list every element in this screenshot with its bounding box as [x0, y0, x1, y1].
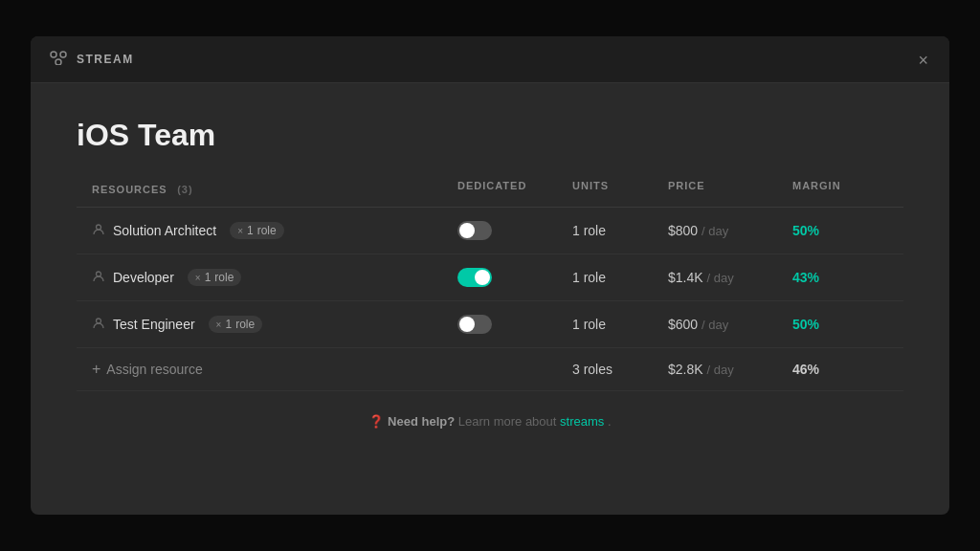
svg-point-5 [97, 319, 101, 323]
dedicated-toggle-cell [457, 221, 572, 240]
resource-name-cell: Solution Architect × 1 role [92, 222, 457, 239]
user-icon [92, 223, 105, 239]
resource-name: Solution Architect [113, 223, 216, 238]
totals-price: $2.8K / day [668, 362, 792, 377]
units-cell: 1 role [572, 223, 668, 238]
help-middle: Learn more about [458, 414, 560, 429]
dedicated-toggle[interactable] [457, 221, 492, 240]
units-header: UNITS [572, 180, 668, 197]
table-header: RESOURCES (3) DEDICATED UNITS PRICE MARG… [77, 180, 903, 208]
dedicated-toggle-cell [457, 315, 572, 334]
resource-name: Developer [113, 270, 174, 285]
streams-link[interactable]: streams [560, 414, 604, 429]
margin-cell: 50% [792, 317, 888, 332]
remove-role-btn[interactable]: × [216, 320, 222, 330]
units-cell: 1 role [572, 270, 668, 285]
svg-point-1 [60, 52, 66, 57]
team-title: iOS Team [77, 118, 903, 153]
resources-label: RESOURCES [92, 184, 167, 195]
assign-resource-button[interactable]: + Assign resource [92, 362, 457, 377]
totals-units: 3 roles [572, 362, 668, 377]
resource-name-cell: Developer × 1 role [92, 269, 457, 286]
margin-cell: 50% [792, 223, 888, 238]
role-badge: × 1 role [188, 269, 242, 286]
price-cell: $1.4K / day [668, 270, 792, 285]
modal-overlay: STREAM × iOS Team RESOURCES (3) DEDICATE… [0, 0, 980, 551]
resources-column-header: RESOURCES (3) [92, 180, 457, 197]
margin-cell: 43% [792, 270, 888, 285]
assign-row: + Assign resource 3 roles $2.8K / day 46… [77, 348, 903, 391]
svg-point-2 [56, 59, 61, 65]
role-badge: × 1 role [230, 222, 284, 239]
totals-margin: 46% [792, 362, 888, 377]
dedicated-toggle-cell [457, 268, 572, 287]
dedicated-header: DEDICATED [457, 180, 572, 197]
price-cell: $800 / day [668, 223, 792, 238]
close-button[interactable]: × [914, 48, 932, 73]
units-cell: 1 role [572, 317, 668, 332]
stream-icon [50, 50, 67, 69]
table-row: Solution Architect × 1 role 1 role $800 … [77, 208, 903, 254]
resources-count: (3) [177, 184, 192, 195]
remove-role-btn[interactable]: × [237, 226, 243, 236]
user-icon [92, 270, 105, 286]
assign-label: Assign resource [106, 362, 202, 377]
remove-role-btn[interactable]: × [195, 273, 201, 283]
resource-name: Test Engineer [113, 317, 195, 332]
help-icon: ❓ [368, 414, 384, 429]
svg-point-0 [51, 52, 56, 57]
dedicated-toggle[interactable] [457, 315, 492, 334]
user-icon [92, 317, 105, 333]
modal-header: STREAM × [31, 36, 949, 83]
plus-icon: + [92, 362, 100, 377]
margin-header: MARGIN [792, 180, 888, 197]
help-prefix: Need help? [388, 414, 455, 429]
role-badge: × 1 role [209, 316, 263, 333]
app-title: STREAM [77, 53, 134, 66]
help-text: ❓ Need help? Learn more about streams . [77, 414, 903, 429]
svg-point-3 [97, 225, 101, 230]
svg-point-4 [97, 272, 101, 276]
help-suffix: . [608, 414, 612, 429]
table-row: Test Engineer × 1 role 1 role $600 / day… [77, 301, 903, 348]
table-row: Developer × 1 role 1 role $1.4K / day 43… [77, 254, 903, 301]
dedicated-toggle[interactable] [457, 268, 492, 287]
resource-name-cell: Test Engineer × 1 role [92, 316, 457, 333]
price-cell: $600 / day [668, 317, 792, 332]
modal-body: iOS Team RESOURCES (3) DEDICATED UNITS P… [31, 83, 949, 459]
modal: STREAM × iOS Team RESOURCES (3) DEDICATE… [31, 36, 949, 515]
price-header: PRICE [668, 180, 792, 197]
